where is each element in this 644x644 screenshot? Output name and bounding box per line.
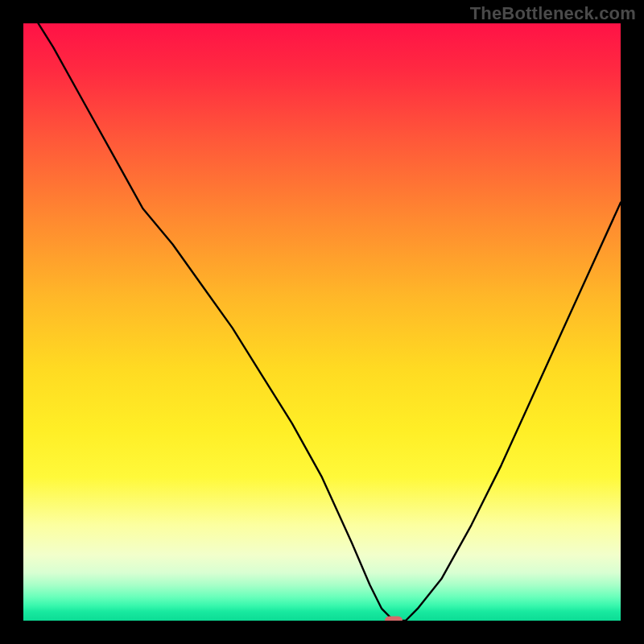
chart-frame: TheBottleneck.com: [0, 0, 644, 644]
optimal-point-marker: [385, 617, 402, 621]
bottleneck-curve: [23, 23, 621, 621]
plot-area: [23, 23, 621, 621]
watermark-text: TheBottleneck.com: [470, 3, 636, 24]
